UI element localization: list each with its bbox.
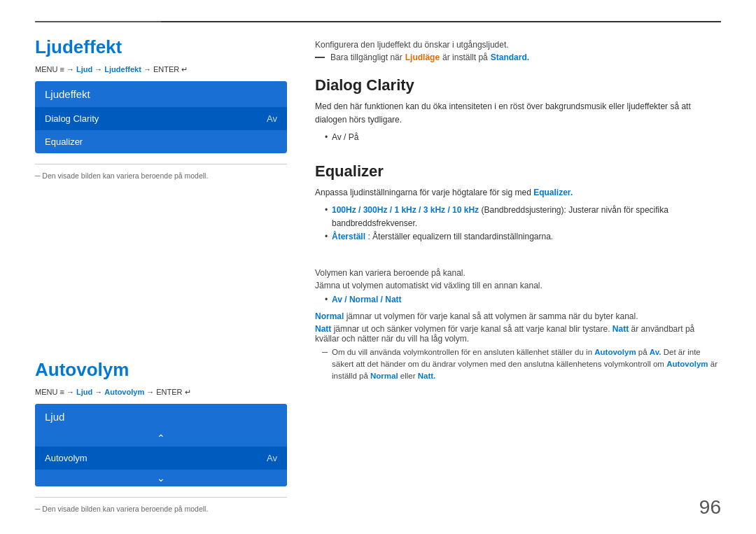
indent-prefix: Om du vill använda volymkontrollen för e…: [332, 348, 594, 356]
indent-natt: Natt.: [418, 372, 436, 380]
section1-title: Ljudeffekt: [35, 36, 287, 58]
autovolym-right-section: Volymen kan variera beroende på kanal. J…: [315, 268, 721, 382]
menu-box-1: Ljudeffekt Dialog Clarity Av Equalizer: [35, 81, 287, 153]
menu-box-2: Ljud ⌃ Autovolym Av ⌄: [35, 404, 287, 486]
eq-freq-bold: 100Hz / 300Hz / 1 kHz / 3 kHz / 10 kHz: [332, 205, 479, 215]
section2-menu-path: MENU ≡ → Ljud → Autovolym → ENTER ↵: [35, 388, 287, 397]
section1-menu-path: MENU ≡ → Ljud → Ljudeffekt → ENTER ↵: [35, 65, 287, 74]
auto-bullet: Av / Normal / Natt: [325, 293, 721, 307]
divider-1: [35, 164, 287, 164]
dialog-clarity-title: Dialog Clarity: [315, 76, 721, 94]
equalizer-section: Equalizer Anpassa ljudinställningarna fö…: [315, 162, 721, 244]
top-note2-prefix: Bara tillgängligt när: [330, 52, 402, 62]
auto-note2: Jämna ut volymen automatiskt vid växling…: [315, 281, 721, 290]
top-note-1: Konfigurera den ljudeffekt du önskar i u…: [315, 40, 721, 50]
menu-item-auto-label: Autovolym: [45, 453, 88, 463]
section1-note: Den visade bilden kan variera beroende p…: [35, 171, 287, 180]
menu-item-dialog-clarity[interactable]: Dialog Clarity Av: [35, 107, 287, 130]
top-note2-value: Standard.: [491, 52, 529, 62]
menu-item-dialog-label: Dialog Clarity: [45, 113, 99, 124]
top-note-2: Bara tillgängligt när Ljudläge är instäl…: [315, 52, 721, 62]
auto-normal-desc: Normal jämnar ut volymen för varje kanal…: [315, 311, 721, 321]
arrow-up: ⌃: [35, 430, 287, 447]
menu-path-text2: MENU ≡ → Ljud → Autovolym → ENTER ↵: [35, 388, 191, 396]
menu-item-dialog-value: Av: [267, 113, 277, 124]
auto-bullet-text: Av / Normal / Natt: [332, 295, 402, 304]
indent-mid1: på: [638, 348, 650, 356]
section2-title: Autovolym: [35, 359, 287, 381]
indent-autovolym2: Autovolym: [666, 360, 708, 368]
normal-label: Normal: [315, 311, 346, 321]
equalizer-title: Equalizer: [315, 162, 721, 181]
menu-box-2-header: Ljud: [35, 404, 287, 430]
spacer-right-1: [315, 145, 721, 162]
indent-av: Av.: [650, 348, 662, 356]
menu-path-text: MENU ≡ → Ljud → Ljudeffekt → ENTER ↵: [35, 65, 188, 73]
spacer-1: [35, 180, 287, 345]
top-note2-middle: är inställt på: [442, 52, 488, 62]
auto-natt-desc: Natt jämnar ut och sänker volymen för va…: [315, 324, 721, 344]
dialog-clarity-section: Dialog Clarity Med den här funktionen ka…: [315, 76, 721, 145]
dialog-clarity-bullet: Av / På: [325, 131, 721, 144]
left-column: Ljudeffekt MENU ≡ → Ljud → Ljudeffekt → …: [35, 36, 287, 513]
menu-item-eq-label: Equalizer: [45, 136, 83, 147]
normal-desc: jämnar ut volymen för varje kanal så att…: [346, 311, 638, 321]
menu-item-autovolym[interactable]: Autovolym Av: [35, 447, 287, 470]
menu-item-equalizer[interactable]: Equalizer: [35, 130, 287, 153]
top-note2-keyword: Ljudläge: [405, 52, 440, 62]
dialog-clarity-body: Med den här funktionen kan du öka intens…: [315, 100, 721, 127]
divider-2: [35, 497, 287, 498]
eq-body-prefix: Anpassa ljudinställningarna för varje hö…: [315, 188, 533, 197]
natt-label2: Natt: [612, 324, 631, 334]
page-number: 96: [699, 496, 721, 519]
section-autovolym: Autovolym MENU ≡ → Ljud → Autovolym → EN…: [35, 359, 287, 513]
natt-desc1: jämnar ut och sänker volymen för varje k…: [334, 324, 610, 334]
indent-eller: eller: [400, 372, 418, 380]
dash-icon: [315, 57, 325, 58]
indent-autovolym: Autovolym: [594, 348, 636, 356]
equalizer-body: Anpassa ljudinställningarna för varje hö…: [315, 186, 721, 199]
eq-reset-bold: Återställ: [332, 232, 365, 241]
eq-bullet-2: Återställ : Återställer equalizern till …: [325, 230, 721, 244]
right-column: Konfigurera den ljudeffekt du önskar i u…: [315, 36, 721, 513]
menu-item-auto-value: Av: [267, 453, 277, 463]
eq-keyword: Equalizer.: [533, 188, 573, 197]
eq-reset-suffix: : Återställer equalizern till standardin…: [368, 232, 553, 241]
arrow-down: ⌄: [35, 470, 287, 486]
section2-note: Den visade bilden kan variera beroende p…: [35, 505, 287, 513]
auto-note1: Volymen kan variera beroende på kanal.: [315, 268, 721, 278]
section-ljudeffekt: Ljudeffekt MENU ≡ → Ljud → Ljudeffekt → …: [35, 36, 287, 180]
top-divider: [35, 21, 721, 22]
spacer-right-2: [315, 244, 721, 261]
indent-normal: Normal: [370, 372, 398, 380]
dialog-clarity-bullet-text: Av / På: [332, 132, 358, 142]
eq-bullet-1: 100Hz / 300Hz / 1 kHz / 3 kHz / 10 kHz (…: [325, 204, 721, 230]
natt-label: Natt: [315, 324, 334, 334]
auto-indent-note: Om du vill använda volymkontrollen för e…: [325, 346, 721, 383]
menu-box-1-header: Ljudeffekt: [35, 81, 287, 107]
